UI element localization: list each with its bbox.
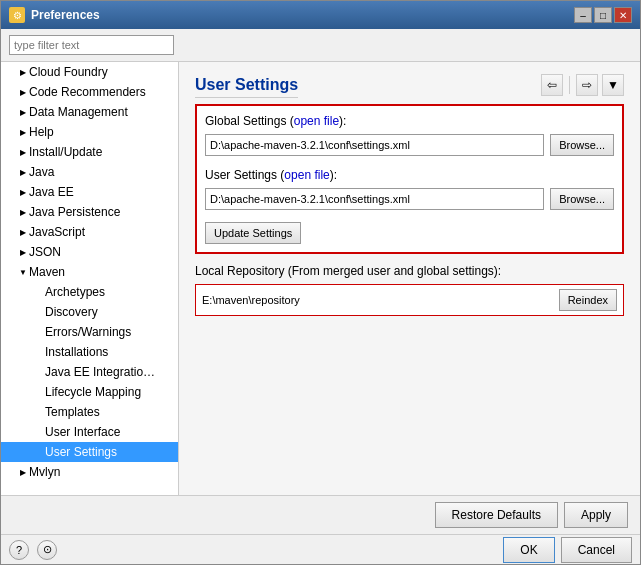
sidebar-label-mvlyn: Mvlyn (29, 465, 60, 479)
sidebar-item-archetypes[interactable]: Archetypes (1, 282, 178, 302)
main-content: ▶Cloud Foundry▶Code Recommenders▶Data Ma… (1, 62, 640, 495)
restore-defaults-button[interactable]: Restore Defaults (435, 502, 558, 528)
user-settings-label: User Settings (open file): (205, 168, 614, 182)
panel-title: User Settings (195, 76, 298, 98)
section-divider-2 (205, 214, 614, 222)
dropdown-button[interactable]: ▼ (602, 74, 624, 96)
sidebar-label-java-persistence: Java Persistence (29, 205, 120, 219)
cancel-button[interactable]: Cancel (561, 537, 632, 563)
sidebar-item-json[interactable]: ▶JSON (1, 242, 178, 262)
ok-button[interactable]: OK (503, 537, 554, 563)
global-open-file-link[interactable]: open file (294, 114, 339, 128)
section-divider (205, 160, 614, 168)
sidebar-label-java-ee-integration: Java EE Integratio… (45, 365, 155, 379)
sidebar-item-mvlyn[interactable]: ▶Mvlyn (1, 462, 178, 482)
filter-input[interactable] (9, 35, 174, 55)
sidebar-item-installations[interactable]: Installations (1, 342, 178, 362)
tree-arrow-javascript: ▶ (17, 226, 29, 238)
reindex-button[interactable]: Reindex (559, 289, 617, 311)
sidebar-label-lifecycle-mapping: Lifecycle Mapping (45, 385, 141, 399)
tree-arrow-install-update: ▶ (17, 146, 29, 158)
status-icons: ? ⊙ (9, 540, 57, 560)
sidebar-item-errors-warnings[interactable]: Errors/Warnings (1, 322, 178, 342)
sidebar-label-install-update: Install/Update (29, 145, 102, 159)
tree-arrow-mvlyn: ▶ (17, 466, 29, 478)
sidebar-label-data-management: Data Management (29, 105, 128, 119)
local-repo-section: Local Repository (From merged user and g… (195, 264, 624, 316)
sidebar-label-templates: Templates (45, 405, 100, 419)
settings-icon[interactable]: ⊙ (37, 540, 57, 560)
local-repo-path: E:\maven\repository (202, 294, 553, 306)
sidebar-label-java-ee: Java EE (29, 185, 74, 199)
settings-box: Global Settings (open file): Browse... U… (195, 104, 624, 254)
back-icon: ⇦ (547, 78, 557, 92)
sidebar-item-java-ee[interactable]: ▶Java EE (1, 182, 178, 202)
sidebar-item-help[interactable]: ▶Help (1, 122, 178, 142)
user-browse-button[interactable]: Browse... (550, 188, 614, 210)
tree-arrow-maven: ▼ (17, 266, 29, 278)
sidebar-label-cloud-foundry: Cloud Foundry (29, 65, 108, 79)
global-browse-button[interactable]: Browse... (550, 134, 614, 156)
status-bar: ? ⊙ OK Cancel (1, 534, 640, 564)
sidebar-label-json: JSON (29, 245, 61, 259)
content-area: ▶Cloud Foundry▶Code Recommenders▶Data Ma… (1, 29, 640, 564)
sidebar-item-lifecycle-mapping[interactable]: Lifecycle Mapping (1, 382, 178, 402)
sidebar-label-javascript: JavaScript (29, 225, 85, 239)
update-settings-button[interactable]: Update Settings (205, 222, 301, 244)
local-repo-box: E:\maven\repository Reindex (195, 284, 624, 316)
sidebar-label-java: Java (29, 165, 54, 179)
sidebar-item-java[interactable]: ▶Java (1, 162, 178, 182)
tree-arrow-java-persistence: ▶ (17, 206, 29, 218)
forward-icon: ⇨ (582, 78, 592, 92)
sidebar-label-user-interface: User Interface (45, 425, 120, 439)
tree-arrow-data-management: ▶ (17, 106, 29, 118)
sidebar-item-discovery[interactable]: Discovery (1, 302, 178, 322)
help-icon[interactable]: ? (9, 540, 29, 560)
maximize-button[interactable]: □ (594, 7, 612, 23)
tree-arrow-json: ▶ (17, 246, 29, 258)
sidebar-label-installations: Installations (45, 345, 108, 359)
bottom-buttons: Restore Defaults Apply (1, 495, 640, 534)
sidebar-label-user-settings: User Settings (45, 445, 117, 459)
apply-button[interactable]: Apply (564, 502, 628, 528)
title-controls: – □ ✕ (574, 7, 632, 23)
sidebar-item-data-management[interactable]: ▶Data Management (1, 102, 178, 122)
title-bar-left: ⚙ Preferences (9, 7, 100, 23)
tree-arrow-java: ▶ (17, 166, 29, 178)
minimize-button[interactable]: – (574, 7, 592, 23)
toolbar-separator (569, 76, 570, 94)
sidebar-label-archetypes: Archetypes (45, 285, 105, 299)
dialog-buttons: OK Cancel (503, 537, 632, 563)
sidebar-item-install-update[interactable]: ▶Install/Update (1, 142, 178, 162)
close-button[interactable]: ✕ (614, 7, 632, 23)
preferences-window: ⚙ Preferences – □ ✕ ▶Cloud Foundry▶Code … (0, 0, 641, 565)
sidebar-item-cloud-foundry[interactable]: ▶Cloud Foundry (1, 62, 178, 82)
sidebar-item-templates[interactable]: Templates (1, 402, 178, 422)
forward-button[interactable]: ⇨ (576, 74, 598, 96)
tree-arrow-cloud-foundry: ▶ (17, 66, 29, 78)
sidebar-item-maven[interactable]: ▼Maven (1, 262, 178, 282)
back-button[interactable]: ⇦ (541, 74, 563, 96)
local-repo-label: Local Repository (From merged user and g… (195, 264, 624, 278)
sidebar-item-java-persistence[interactable]: ▶Java Persistence (1, 202, 178, 222)
user-settings-input[interactable] (205, 188, 544, 210)
sidebar-label-errors-warnings: Errors/Warnings (45, 325, 131, 339)
sidebar: ▶Cloud Foundry▶Code Recommenders▶Data Ma… (1, 62, 179, 495)
sidebar-item-user-settings[interactable]: User Settings (1, 442, 178, 462)
sidebar-item-java-ee-integration[interactable]: Java EE Integratio… (1, 362, 178, 382)
sidebar-label-help: Help (29, 125, 54, 139)
sidebar-label-code-recommenders: Code Recommenders (29, 85, 146, 99)
tree-arrow-code-recommenders: ▶ (17, 86, 29, 98)
sidebar-item-javascript[interactable]: ▶JavaScript (1, 222, 178, 242)
sidebar-label-maven: Maven (29, 265, 65, 279)
global-settings-input[interactable] (205, 134, 544, 156)
user-settings-row: Browse... (205, 188, 614, 210)
sidebar-label-discovery: Discovery (45, 305, 98, 319)
sidebar-item-code-recommenders[interactable]: ▶Code Recommenders (1, 82, 178, 102)
tree-arrow-help: ▶ (17, 126, 29, 138)
user-open-file-link[interactable]: open file (284, 168, 329, 182)
sidebar-item-user-interface[interactable]: User Interface (1, 422, 178, 442)
global-settings-label: Global Settings (open file): (205, 114, 614, 128)
global-settings-row: Browse... (205, 134, 614, 156)
settings-panel: User Settings ⇦ ⇨ ▼ (179, 62, 640, 495)
